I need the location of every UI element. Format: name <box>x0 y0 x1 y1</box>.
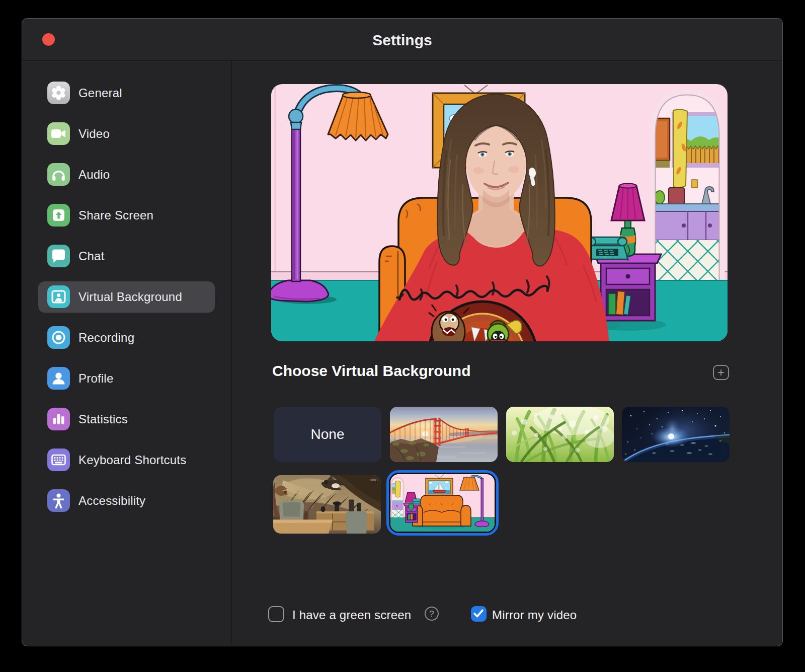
svg-text:NBC: NBC <box>370 477 378 482</box>
